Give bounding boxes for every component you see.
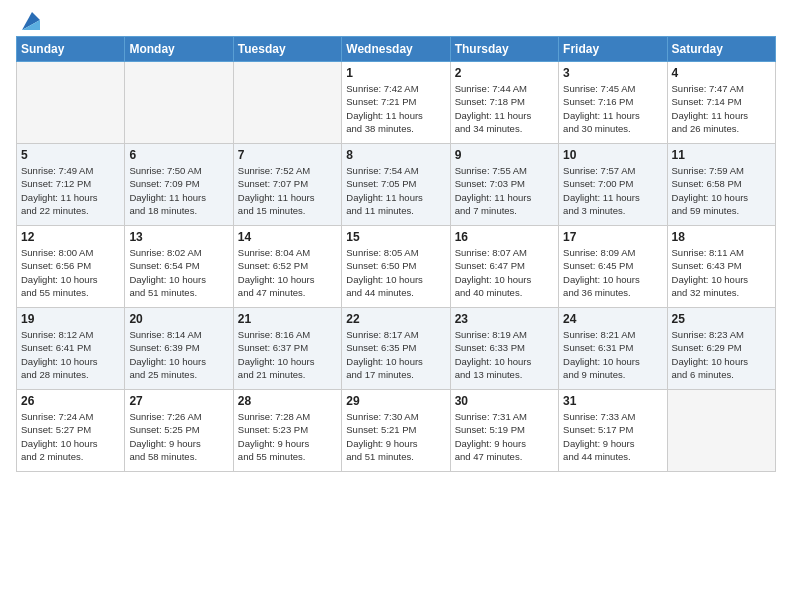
day-number: 11 [672, 148, 771, 162]
calendar-cell: 16Sunrise: 8:07 AM Sunset: 6:47 PM Dayli… [450, 226, 558, 308]
calendar-cell [233, 62, 341, 144]
day-number: 9 [455, 148, 554, 162]
day-info: Sunrise: 8:00 AM Sunset: 6:56 PM Dayligh… [21, 246, 120, 299]
logo [16, 12, 40, 30]
day-number: 14 [238, 230, 337, 244]
day-info: Sunrise: 7:44 AM Sunset: 7:18 PM Dayligh… [455, 82, 554, 135]
day-number: 31 [563, 394, 662, 408]
calendar-week-row: 19Sunrise: 8:12 AM Sunset: 6:41 PM Dayli… [17, 308, 776, 390]
calendar-cell: 22Sunrise: 8:17 AM Sunset: 6:35 PM Dayli… [342, 308, 450, 390]
day-info: Sunrise: 7:26 AM Sunset: 5:25 PM Dayligh… [129, 410, 228, 463]
day-info: Sunrise: 7:57 AM Sunset: 7:00 PM Dayligh… [563, 164, 662, 217]
calendar-cell: 19Sunrise: 8:12 AM Sunset: 6:41 PM Dayli… [17, 308, 125, 390]
day-info: Sunrise: 7:42 AM Sunset: 7:21 PM Dayligh… [346, 82, 445, 135]
calendar-cell: 17Sunrise: 8:09 AM Sunset: 6:45 PM Dayli… [559, 226, 667, 308]
day-info: Sunrise: 8:23 AM Sunset: 6:29 PM Dayligh… [672, 328, 771, 381]
day-number: 8 [346, 148, 445, 162]
day-number: 16 [455, 230, 554, 244]
day-number: 19 [21, 312, 120, 326]
calendar-cell: 15Sunrise: 8:05 AM Sunset: 6:50 PM Dayli… [342, 226, 450, 308]
day-info: Sunrise: 7:50 AM Sunset: 7:09 PM Dayligh… [129, 164, 228, 217]
day-number: 3 [563, 66, 662, 80]
calendar-cell: 23Sunrise: 8:19 AM Sunset: 6:33 PM Dayli… [450, 308, 558, 390]
day-number: 7 [238, 148, 337, 162]
weekday-header-wednesday: Wednesday [342, 37, 450, 62]
day-info: Sunrise: 8:02 AM Sunset: 6:54 PM Dayligh… [129, 246, 228, 299]
page: SundayMondayTuesdayWednesdayThursdayFrid… [0, 0, 792, 612]
calendar-cell: 11Sunrise: 7:59 AM Sunset: 6:58 PM Dayli… [667, 144, 775, 226]
day-info: Sunrise: 8:07 AM Sunset: 6:47 PM Dayligh… [455, 246, 554, 299]
day-number: 21 [238, 312, 337, 326]
calendar-cell: 1Sunrise: 7:42 AM Sunset: 7:21 PM Daylig… [342, 62, 450, 144]
day-info: Sunrise: 8:21 AM Sunset: 6:31 PM Dayligh… [563, 328, 662, 381]
day-info: Sunrise: 8:14 AM Sunset: 6:39 PM Dayligh… [129, 328, 228, 381]
day-info: Sunrise: 7:33 AM Sunset: 5:17 PM Dayligh… [563, 410, 662, 463]
calendar-week-row: 26Sunrise: 7:24 AM Sunset: 5:27 PM Dayli… [17, 390, 776, 472]
calendar-cell: 12Sunrise: 8:00 AM Sunset: 6:56 PM Dayli… [17, 226, 125, 308]
day-number: 1 [346, 66, 445, 80]
calendar-cell: 9Sunrise: 7:55 AM Sunset: 7:03 PM Daylig… [450, 144, 558, 226]
day-info: Sunrise: 7:54 AM Sunset: 7:05 PM Dayligh… [346, 164, 445, 217]
calendar-week-row: 5Sunrise: 7:49 AM Sunset: 7:12 PM Daylig… [17, 144, 776, 226]
calendar-cell: 24Sunrise: 8:21 AM Sunset: 6:31 PM Dayli… [559, 308, 667, 390]
day-number: 30 [455, 394, 554, 408]
logo-icon [18, 12, 40, 30]
calendar-cell [17, 62, 125, 144]
calendar-cell: 2Sunrise: 7:44 AM Sunset: 7:18 PM Daylig… [450, 62, 558, 144]
calendar-cell: 6Sunrise: 7:50 AM Sunset: 7:09 PM Daylig… [125, 144, 233, 226]
day-info: Sunrise: 7:31 AM Sunset: 5:19 PM Dayligh… [455, 410, 554, 463]
day-number: 12 [21, 230, 120, 244]
calendar-cell: 8Sunrise: 7:54 AM Sunset: 7:05 PM Daylig… [342, 144, 450, 226]
weekday-header-tuesday: Tuesday [233, 37, 341, 62]
day-info: Sunrise: 8:17 AM Sunset: 6:35 PM Dayligh… [346, 328, 445, 381]
calendar-cell: 20Sunrise: 8:14 AM Sunset: 6:39 PM Dayli… [125, 308, 233, 390]
calendar-cell: 21Sunrise: 8:16 AM Sunset: 6:37 PM Dayli… [233, 308, 341, 390]
calendar-cell [125, 62, 233, 144]
day-info: Sunrise: 8:19 AM Sunset: 6:33 PM Dayligh… [455, 328, 554, 381]
calendar-cell: 30Sunrise: 7:31 AM Sunset: 5:19 PM Dayli… [450, 390, 558, 472]
day-info: Sunrise: 7:30 AM Sunset: 5:21 PM Dayligh… [346, 410, 445, 463]
day-info: Sunrise: 8:16 AM Sunset: 6:37 PM Dayligh… [238, 328, 337, 381]
calendar-cell: 5Sunrise: 7:49 AM Sunset: 7:12 PM Daylig… [17, 144, 125, 226]
day-info: Sunrise: 8:05 AM Sunset: 6:50 PM Dayligh… [346, 246, 445, 299]
calendar-cell: 28Sunrise: 7:28 AM Sunset: 5:23 PM Dayli… [233, 390, 341, 472]
day-number: 5 [21, 148, 120, 162]
day-info: Sunrise: 8:12 AM Sunset: 6:41 PM Dayligh… [21, 328, 120, 381]
calendar-cell: 3Sunrise: 7:45 AM Sunset: 7:16 PM Daylig… [559, 62, 667, 144]
day-number: 4 [672, 66, 771, 80]
day-number: 25 [672, 312, 771, 326]
weekday-header-thursday: Thursday [450, 37, 558, 62]
day-number: 2 [455, 66, 554, 80]
calendar-cell: 14Sunrise: 8:04 AM Sunset: 6:52 PM Dayli… [233, 226, 341, 308]
calendar-header-row: SundayMondayTuesdayWednesdayThursdayFrid… [17, 37, 776, 62]
calendar-week-row: 12Sunrise: 8:00 AM Sunset: 6:56 PM Dayli… [17, 226, 776, 308]
day-info: Sunrise: 8:09 AM Sunset: 6:45 PM Dayligh… [563, 246, 662, 299]
calendar-table: SundayMondayTuesdayWednesdayThursdayFrid… [16, 36, 776, 472]
weekday-header-sunday: Sunday [17, 37, 125, 62]
day-number: 15 [346, 230, 445, 244]
calendar-cell: 18Sunrise: 8:11 AM Sunset: 6:43 PM Dayli… [667, 226, 775, 308]
day-number: 6 [129, 148, 228, 162]
calendar-cell: 7Sunrise: 7:52 AM Sunset: 7:07 PM Daylig… [233, 144, 341, 226]
day-number: 22 [346, 312, 445, 326]
weekday-header-monday: Monday [125, 37, 233, 62]
day-number: 13 [129, 230, 228, 244]
day-info: Sunrise: 7:24 AM Sunset: 5:27 PM Dayligh… [21, 410, 120, 463]
calendar-cell: 4Sunrise: 7:47 AM Sunset: 7:14 PM Daylig… [667, 62, 775, 144]
day-number: 10 [563, 148, 662, 162]
day-info: Sunrise: 7:59 AM Sunset: 6:58 PM Dayligh… [672, 164, 771, 217]
day-number: 27 [129, 394, 228, 408]
day-number: 28 [238, 394, 337, 408]
calendar-cell: 31Sunrise: 7:33 AM Sunset: 5:17 PM Dayli… [559, 390, 667, 472]
day-number: 24 [563, 312, 662, 326]
day-info: Sunrise: 7:52 AM Sunset: 7:07 PM Dayligh… [238, 164, 337, 217]
day-info: Sunrise: 8:04 AM Sunset: 6:52 PM Dayligh… [238, 246, 337, 299]
day-info: Sunrise: 7:55 AM Sunset: 7:03 PM Dayligh… [455, 164, 554, 217]
calendar-cell [667, 390, 775, 472]
calendar-cell: 27Sunrise: 7:26 AM Sunset: 5:25 PM Dayli… [125, 390, 233, 472]
calendar-cell: 13Sunrise: 8:02 AM Sunset: 6:54 PM Dayli… [125, 226, 233, 308]
calendar-cell: 10Sunrise: 7:57 AM Sunset: 7:00 PM Dayli… [559, 144, 667, 226]
day-number: 26 [21, 394, 120, 408]
weekday-header-saturday: Saturday [667, 37, 775, 62]
weekday-header-friday: Friday [559, 37, 667, 62]
